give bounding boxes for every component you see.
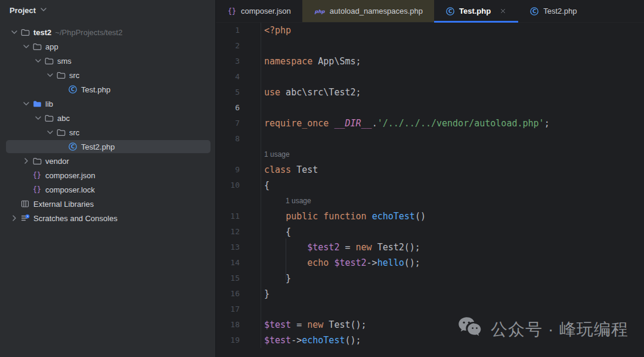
code-line-text[interactable] — [261, 100, 264, 116]
line-number[interactable]: 3 — [216, 54, 240, 69]
gutter-separator — [240, 271, 261, 286]
tree-item-composer-json[interactable]: {}composer.json — [0, 168, 215, 182]
chevron-down-icon[interactable] — [20, 99, 32, 108]
line-number[interactable]: 2 — [216, 38, 240, 54]
chevron-down-icon[interactable] — [39, 5, 48, 16]
indent-guide — [286, 238, 286, 280]
token-var: $test — [264, 335, 291, 346]
token-pl — [318, 211, 323, 222]
usage-hint[interactable]: 1 usage — [261, 147, 290, 162]
line-number[interactable]: 1 — [216, 23, 240, 38]
token-pl: Test2(); — [372, 242, 420, 253]
code-line-text[interactable]: } — [261, 286, 270, 302]
line-number[interactable]: 15 — [216, 271, 240, 286]
token-pl: { — [264, 180, 270, 191]
line-number[interactable]: 10 — [216, 178, 240, 193]
class-icon: C — [68, 142, 79, 151]
tree-item-lib[interactable]: lib — [0, 97, 215, 111]
line-number[interactable]: 7 — [216, 116, 240, 131]
gutter-separator — [240, 131, 261, 147]
line-number[interactable]: 9 — [216, 162, 240, 178]
chevron-right-icon[interactable] — [20, 156, 32, 166]
tree-item-vendor[interactable]: vendor — [0, 154, 215, 168]
gutter-separator — [240, 209, 261, 224]
code-line: 2 — [216, 38, 644, 54]
line-number[interactable]: 17 — [216, 302, 240, 317]
code-line-text[interactable]: } — [261, 271, 291, 286]
chevron-down-icon[interactable] — [32, 56, 44, 66]
code-line-text[interactable]: { — [261, 224, 291, 240]
project-panel-header[interactable]: Project — [0, 0, 215, 20]
line-number[interactable]: 13 — [216, 240, 240, 255]
token-fn: hello — [377, 257, 404, 268]
code-line-text[interactable] — [261, 69, 264, 85]
scratches-icon — [20, 213, 31, 223]
close-icon[interactable] — [499, 7, 507, 15]
line-number[interactable]: 8 — [216, 131, 240, 147]
line-number[interactable]: 4 — [216, 69, 240, 85]
tree-item-test-php[interactable]: CTest.php — [0, 82, 215, 97]
tab-test2-php[interactable]: CTest2.php — [518, 0, 588, 22]
line-number[interactable] — [216, 193, 240, 209]
tree-item-src[interactable]: src — [0, 68, 215, 82]
code-line-text[interactable]: $test->echoTest(); — [261, 333, 361, 348]
line-number[interactable]: 19 — [216, 333, 240, 348]
line-number[interactable]: 12 — [216, 224, 240, 240]
tree-item-label: src — [69, 128, 79, 137]
tree-item-sms[interactable]: sms — [0, 54, 215, 68]
code-line-text[interactable]: $test = new Test(); — [261, 317, 367, 333]
code-line-text[interactable]: class Test — [261, 162, 318, 178]
code-line-text[interactable]: public function echoTest() — [261, 209, 426, 224]
code-line-text[interactable]: { — [261, 178, 270, 193]
line-number[interactable]: 5 — [216, 85, 240, 100]
library-icon — [20, 199, 31, 209]
tab-composer-json[interactable]: {}composer.json — [216, 0, 302, 22]
chevron-down-icon[interactable] — [20, 42, 32, 51]
svg-text:php: php — [314, 9, 325, 14]
code-line-text[interactable] — [261, 131, 264, 147]
token-pl: = — [339, 242, 355, 253]
tree-item-label: Scratches and Consoles — [33, 214, 117, 223]
code-line-text[interactable] — [261, 302, 264, 317]
tab-autoload-namespaces-php[interactable]: phpautoload_namespaces.php — [302, 0, 434, 22]
chevron-down-icon[interactable] — [44, 128, 56, 137]
chevron-down-icon[interactable] — [32, 113, 44, 123]
chevron-down-icon[interactable] — [44, 70, 56, 80]
gutter-separator — [240, 317, 261, 333]
tree-item-src[interactable]: src — [0, 125, 215, 139]
code-line-text[interactable]: <?php — [261, 23, 291, 38]
code-line-text[interactable]: namespace App\Sms; — [261, 54, 361, 69]
code-line-text[interactable]: require_once __DIR__.'/../../../vendor/a… — [261, 116, 550, 131]
line-number[interactable]: 16 — [216, 286, 240, 302]
watermark-text: 公众号 · 峰玩编程 — [491, 318, 628, 341]
usage-hint[interactable]: 1 usage — [261, 193, 311, 209]
token-var: $test2 — [307, 242, 339, 253]
wechat-icon — [456, 315, 484, 344]
gutter-separator — [240, 286, 261, 302]
tab-label: composer.json — [241, 7, 291, 15]
tree-item-test2-php[interactable]: CTest2.php — [0, 139, 215, 154]
tree-item-composer-lock[interactable]: {}composer.lock — [0, 182, 215, 197]
line-number[interactable]: 14 — [216, 255, 240, 271]
code-line: 9class Test — [216, 162, 644, 178]
tab-test-php[interactable]: CTest.php — [434, 0, 518, 22]
token-pl: -> — [291, 335, 302, 346]
code-editor[interactable]: 1<?php23namespace App\Sms;45use abc\src\… — [216, 23, 644, 357]
line-number[interactable]: 6 — [216, 100, 240, 116]
svg-text:C: C — [71, 86, 75, 92]
chevron-right-icon[interactable] — [8, 213, 20, 223]
tree-item-external-libraries[interactable]: External Libraries — [0, 197, 215, 211]
code-line-text[interactable]: use abc\src\Test2; — [261, 85, 361, 100]
code-line: 12 { — [216, 224, 644, 240]
line-number[interactable]: 11 — [216, 209, 240, 224]
line-number[interactable] — [216, 147, 240, 162]
chevron-spacer — [20, 185, 32, 194]
chevron-down-icon[interactable] — [8, 27, 20, 37]
tree-item-test2[interactable]: test2~/PhpProjects/test2 — [0, 25, 215, 39]
tree-item-scratches-and-consoles[interactable]: Scratches and Consoles — [0, 211, 215, 225]
code-line: 3namespace App\Sms; — [216, 54, 644, 69]
code-line-text[interactable] — [261, 38, 264, 54]
tree-item-app[interactable]: app — [0, 39, 215, 54]
line-number[interactable]: 18 — [216, 317, 240, 333]
tree-item-abc[interactable]: abc — [0, 111, 215, 125]
